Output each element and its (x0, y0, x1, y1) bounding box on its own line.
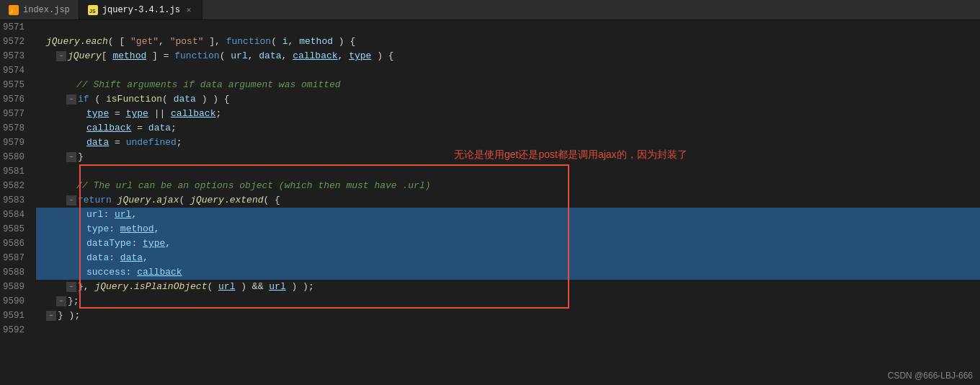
tab-index-jsp[interactable]: J index.jsp (0, 0, 79, 19)
tab-label-index: index.jsp (23, 5, 70, 15)
code-line-9591: − } ); (36, 309, 980, 323)
code-line-9587: data: data, (36, 251, 980, 265)
ln-9579: 9579 (0, 136, 30, 150)
code-line-9577: type = type || callback; (36, 107, 980, 121)
line-numbers: 9571 9572 9573 9574 9575 9576 9577 9578 … (0, 20, 36, 385)
code-line-9585: type: method, (36, 222, 980, 236)
js-icon: JS (88, 5, 98, 15)
ln-9584: 9584 (0, 208, 30, 222)
ln-9591: 9591 (0, 309, 30, 323)
code-line-9592 (36, 323, 980, 337)
code-line-9586: dataType: type, (36, 236, 980, 251)
ln-9589: 9589 (0, 280, 30, 294)
ln-9575: 9575 (0, 78, 30, 92)
ln-9588: 9588 (0, 265, 30, 280)
tab-label-jquery: jquery-3.4.1.js (102, 5, 180, 15)
code-line-9579: data = undefined; (36, 136, 980, 150)
code-line-9578: callback = data; (36, 121, 980, 136)
ln-9571: 9571 (0, 20, 30, 35)
annotation-text: 无论是使用get还是post都是调用ajax的，因为封装了 (454, 149, 687, 161)
ln-9574: 9574 (0, 63, 30, 78)
ln-9585: 9585 (0, 222, 30, 236)
ln-9592: 9592 (0, 323, 30, 337)
ln-9582: 9582 (0, 179, 30, 193)
ln-9576: 9576 (0, 92, 30, 107)
watermark: CSDN @666-LBJ-666 (888, 371, 973, 381)
code-line-9584: url: url, (36, 208, 980, 222)
code-line-9576: − if ( isFunction( data ) ) { (36, 92, 980, 107)
ln-9587: 9587 (0, 251, 30, 265)
ln-9578: 9578 (0, 121, 30, 136)
code-line-9582: // The url can be an options object (whi… (36, 179, 980, 193)
code-line-9583: − return jQuery.ajax( jQuery.extend( { (36, 193, 980, 208)
tab-close-jquery[interactable]: ✕ (184, 4, 194, 15)
code-line-9589: − }, jQuery.isPlainObject( url ) && url … (36, 280, 980, 294)
code-line-9581 (36, 164, 980, 179)
code-line-9572: jQuery.each( [ "get", "post" ], function… (36, 35, 980, 49)
ln-9580: 9580 (0, 150, 30, 164)
code-line-9590: − }; (36, 294, 980, 309)
ln-9573: 9573 (0, 49, 30, 63)
code-line-9574 (36, 63, 980, 78)
code-line-9573: − jQuery[ method ] = function( url, data… (36, 49, 980, 63)
ln-9590: 9590 (0, 294, 30, 309)
ln-9586: 9586 (0, 236, 30, 251)
code-line-9588: success: callback (36, 265, 980, 280)
ln-9581: 9581 (0, 164, 30, 179)
ln-9572: 9572 (0, 35, 30, 49)
ln-9577: 9577 (0, 107, 30, 121)
tab-bar: J index.jsp JS jquery-3.4.1.js ✕ (0, 0, 980, 20)
tab-jquery-js[interactable]: JS jquery-3.4.1.js ✕ (79, 0, 203, 19)
svg-text:JS: JS (89, 9, 96, 14)
code-lines: jQuery.each( [ "get", "post" ], function… (36, 20, 980, 337)
code-line-9571 (36, 20, 980, 35)
svg-text:J: J (10, 9, 13, 14)
code-area: jQuery.each( [ "get", "post" ], function… (36, 20, 980, 385)
ln-9583: 9583 (0, 193, 30, 208)
code-line-9575: // Shift arguments if data argument was … (36, 78, 980, 92)
editor-container: 9571 9572 9573 9574 9575 9576 9577 9578 … (0, 20, 980, 385)
jsp-icon: J (9, 5, 19, 15)
